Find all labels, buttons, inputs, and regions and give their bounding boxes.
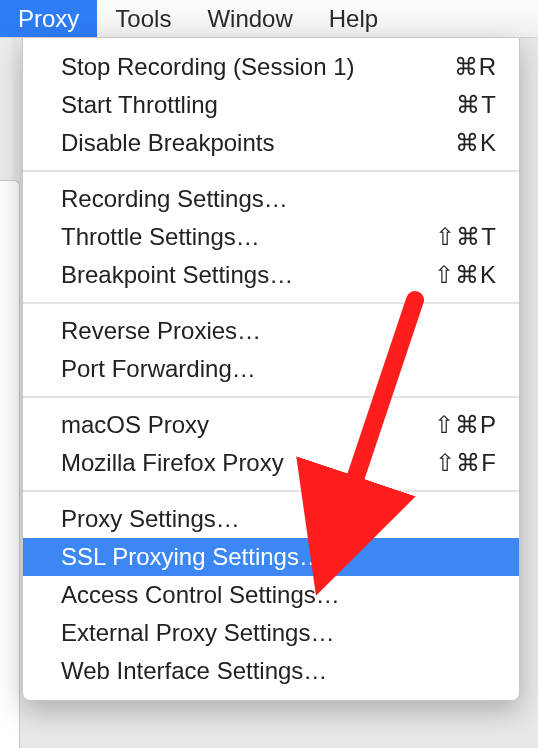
menu-separator <box>23 302 519 304</box>
menubar-item-help[interactable]: Help <box>311 0 396 37</box>
menu-shortcut: ⌘K <box>455 129 497 157</box>
menubar-item-window[interactable]: Window <box>189 0 310 37</box>
menu-item-start-throttling[interactable]: Start Throttling ⌘T <box>23 86 519 124</box>
menu-item-breakpoint-settings[interactable]: Breakpoint Settings… ⇧⌘K <box>23 256 519 294</box>
menu-separator <box>23 490 519 492</box>
menubar-label: Window <box>207 5 292 33</box>
menu-separator <box>23 396 519 398</box>
menu-item-disable-breakpoints[interactable]: Disable Breakpoints ⌘K <box>23 124 519 162</box>
menu-item-port-forwarding[interactable]: Port Forwarding… <box>23 350 519 388</box>
menu-item-external-proxy-settings[interactable]: External Proxy Settings… <box>23 614 519 652</box>
menu-shortcut: ⇧⌘K <box>434 261 497 289</box>
menubar-label: Proxy <box>18 5 79 33</box>
menu-label: macOS Proxy <box>61 411 434 439</box>
menu-item-web-interface-settings[interactable]: Web Interface Settings… <box>23 652 519 690</box>
menu-label: Port Forwarding… <box>61 355 497 383</box>
menu-shortcut: ⇧⌘F <box>435 449 497 477</box>
menu-label: SSL Proxying Settings… <box>61 543 497 571</box>
menu-label: Breakpoint Settings… <box>61 261 434 289</box>
menubar: Proxy Tools Window Help <box>0 0 538 38</box>
menu-shortcut: ⌘R <box>454 53 497 81</box>
dropdown-menu-proxy: Stop Recording (Session 1) ⌘R Start Thro… <box>22 38 520 701</box>
menu-label: Start Throttling <box>61 91 456 119</box>
menu-shortcut: ⇧⌘P <box>434 411 497 439</box>
menu-item-access-control-settings[interactable]: Access Control Settings… <box>23 576 519 614</box>
background-window <box>0 180 20 748</box>
menu-label: Access Control Settings… <box>61 581 497 609</box>
menu-item-ssl-proxying-settings[interactable]: SSL Proxying Settings… <box>23 538 519 576</box>
menu-label: Recording Settings… <box>61 185 497 213</box>
menu-item-recording-settings[interactable]: Recording Settings… <box>23 180 519 218</box>
menu-item-reverse-proxies[interactable]: Reverse Proxies… <box>23 312 519 350</box>
menu-shortcut: ⌘T <box>456 91 497 119</box>
menu-item-proxy-settings[interactable]: Proxy Settings… <box>23 500 519 538</box>
menu-label: Stop Recording (Session 1) <box>61 53 454 81</box>
menu-item-macos-proxy[interactable]: macOS Proxy ⇧⌘P <box>23 406 519 444</box>
menu-label: Mozilla Firefox Proxy <box>61 449 435 477</box>
menu-label: Disable Breakpoints <box>61 129 455 157</box>
menu-label: Throttle Settings… <box>61 223 435 251</box>
menubar-label: Help <box>329 5 378 33</box>
menu-item-stop-recording[interactable]: Stop Recording (Session 1) ⌘R <box>23 48 519 86</box>
menu-label: Reverse Proxies… <box>61 317 497 345</box>
menu-label: External Proxy Settings… <box>61 619 497 647</box>
menubar-item-proxy[interactable]: Proxy <box>0 0 97 37</box>
menu-item-throttle-settings[interactable]: Throttle Settings… ⇧⌘T <box>23 218 519 256</box>
menubar-label: Tools <box>115 5 171 33</box>
menu-label: Web Interface Settings… <box>61 657 497 685</box>
menu-shortcut: ⇧⌘T <box>435 223 497 251</box>
menu-label: Proxy Settings… <box>61 505 497 533</box>
menu-item-firefox-proxy[interactable]: Mozilla Firefox Proxy ⇧⌘F <box>23 444 519 482</box>
menu-separator <box>23 170 519 172</box>
menubar-item-tools[interactable]: Tools <box>97 0 189 37</box>
